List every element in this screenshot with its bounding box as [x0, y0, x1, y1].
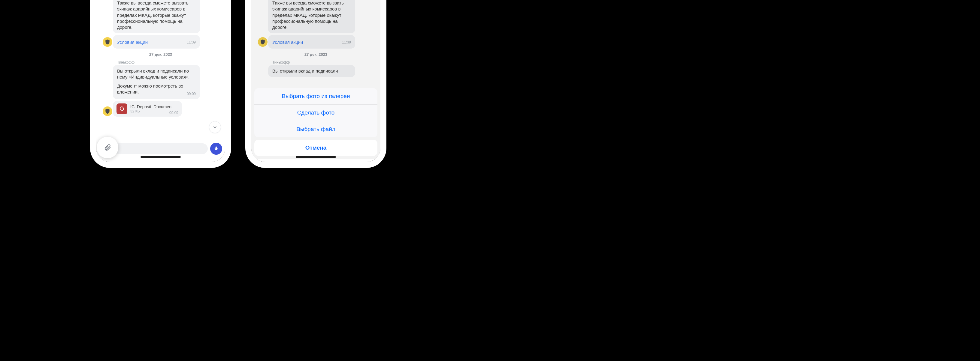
message-bubble-link: Условия акции 11:39 [113, 35, 200, 48]
shield-icon [105, 108, 110, 114]
date-divider: 27 дек. 2023 [99, 52, 222, 57]
sheet-option-file[interactable]: Выбрать файл [254, 121, 377, 137]
shield-icon [105, 39, 110, 45]
input-bar [99, 142, 222, 155]
action-sheet-group: Выбрать фото из галереи Сделать фото Выб… [254, 88, 377, 137]
attach-highlight [97, 137, 118, 158]
sheet-cancel[interactable]: Отмена [254, 140, 377, 156]
home-indicator [296, 156, 336, 158]
home-indicator [140, 156, 181, 158]
message-bubble-2: Вы открыли вклад и подписали по нему «Ин… [113, 65, 200, 100]
phone-right: Также вы всегда сможете вызвать экипаж а… [251, 0, 380, 162]
message-input[interactable] [113, 143, 208, 154]
message-text: Также вы всегда сможете вызвать экипаж а… [117, 0, 196, 30]
message-bubble-1: Также вы всегда сможете вызвать экипаж а… [113, 0, 200, 33]
message-text: Вы открыли вклад и подписали по нему «Ин… [117, 68, 196, 80]
attachment-name: IC_Deposit_Document [130, 104, 178, 109]
avatar [103, 37, 112, 47]
phone-left: Также вы всегда сможете вызвать экипаж а… [96, 0, 225, 162]
action-sheet: Выбрать фото из галереи Сделать фото Выб… [254, 88, 377, 156]
message-time: 11:39 [187, 40, 196, 45]
voice-button[interactable] [210, 143, 222, 155]
attachment-bubble[interactable]: IC_Deposit_Document 32 КБ 09:09 [113, 101, 182, 117]
chat-area: Также вы всегда сможете вызвать экипаж а… [96, 0, 225, 159]
scroll-down-button[interactable] [209, 121, 221, 133]
message-time: 09:09 [187, 92, 196, 96]
attach-button[interactable] [102, 141, 113, 154]
promo-link[interactable]: Условия акции [117, 39, 148, 45]
sheet-option-camera[interactable]: Сделать фото [254, 104, 377, 121]
microphone-icon [213, 146, 219, 151]
paperclip-icon [103, 144, 111, 151]
message-text: Документ можно посмотреть во вложении. [117, 83, 183, 95]
chat-area: Также вы всегда сможете вызвать экипаж а… [251, 0, 380, 159]
sender-label: Тинькофф [117, 60, 222, 65]
pdf-icon [116, 103, 127, 114]
avatar [103, 106, 112, 116]
sheet-option-gallery[interactable]: Выбрать фото из галереи [254, 88, 377, 104]
chevron-down-icon [212, 124, 218, 130]
attachment-time: 09:09 [169, 111, 178, 115]
